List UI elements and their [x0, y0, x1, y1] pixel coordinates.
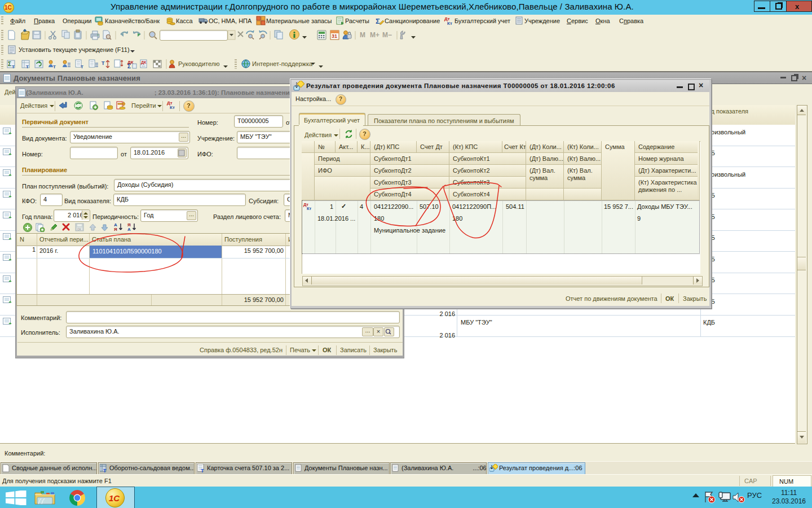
svg-text:А: А — [127, 227, 131, 232]
svg-text:Σ: Σ — [376, 17, 380, 25]
svg-text:Т: Т — [26, 64, 29, 69]
svg-text:M+: M+ — [370, 31, 379, 39]
svg-text:Т: Т — [201, 468, 204, 472]
svg-text:31: 31 — [332, 33, 337, 39]
svg-text:M−: M− — [382, 31, 392, 39]
svg-text:M: M — [360, 31, 365, 39]
svg-text:Я: Я — [114, 227, 117, 232]
svg-text:Т: Т — [53, 64, 56, 69]
svg-text:ОК: ОК — [77, 227, 81, 231]
svg-text:Σ: Σ — [127, 63, 131, 69]
svg-text:Т: Т — [103, 468, 107, 472]
svg-text:Кт: Кт — [447, 21, 452, 26]
svg-text:Σ: Σ — [8, 61, 11, 67]
svg-text:Т: Т — [81, 64, 83, 69]
svg-text:Т: Т — [12, 64, 15, 69]
svg-text:Т: Т — [102, 60, 105, 66]
svg-text:ДК: ДК — [141, 60, 147, 65]
